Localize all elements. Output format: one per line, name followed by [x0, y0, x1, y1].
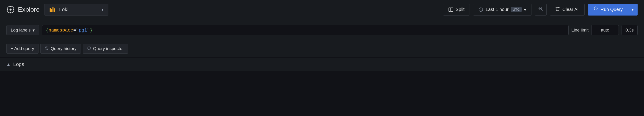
- line-limit-input[interactable]: auto: [591, 25, 619, 35]
- clear-all-button[interactable]: Clear All: [550, 4, 585, 15]
- query-time-value: 0.3s: [626, 28, 634, 33]
- query-equals: =: [73, 28, 76, 33]
- run-query-chevron-icon: ▾: [632, 7, 634, 12]
- datasource-name: Loki: [59, 7, 98, 12]
- svg-rect-6: [50, 8, 51, 12]
- svg-point-1: [10, 8, 12, 10]
- magnify-icon: [538, 6, 543, 13]
- datasource-selector[interactable]: Loki ▾: [44, 4, 108, 15]
- split-button[interactable]: Split: [443, 4, 470, 15]
- split-label: Split: [456, 7, 464, 12]
- log-labels-label: Log labels: [11, 28, 31, 33]
- query-inspector-button[interactable]: Query inspector: [83, 44, 128, 54]
- svg-rect-11: [451, 7, 453, 11]
- add-query-label: + Add query: [11, 46, 34, 51]
- svg-point-19: [89, 47, 90, 48]
- query-row: Log labels ▾ {namespace="pgl"} Line limi…: [6, 23, 638, 37]
- time-picker-button[interactable]: Last 1 hour UTC ▾: [473, 4, 532, 15]
- app-title: Explore: [18, 6, 40, 13]
- run-query-dropdown-button[interactable]: ▾: [628, 4, 637, 15]
- line-limit-value: auto: [601, 28, 610, 33]
- svg-line-14: [541, 9, 543, 11]
- time-picker-chevron-icon: ▾: [524, 7, 526, 12]
- query-value-str: "pgl": [76, 28, 90, 33]
- split-icon: [448, 7, 453, 12]
- query-open-brace: {: [46, 28, 48, 33]
- query-history-button[interactable]: Query history: [40, 44, 81, 54]
- zoom-button[interactable]: [535, 4, 546, 15]
- history-icon: [45, 46, 49, 51]
- svg-rect-9: [54, 8, 55, 12]
- clear-all-label: Clear All: [562, 7, 579, 12]
- log-labels-button[interactable]: Log labels ▾: [6, 25, 39, 35]
- topbar-actions: Split Last 1 hour UTC ▾: [443, 4, 638, 15]
- log-labels-chevron-icon: ▾: [32, 28, 35, 33]
- query-close-brace: }: [90, 28, 92, 33]
- run-query-main[interactable]: Run Query: [588, 4, 628, 15]
- explore-icon: [6, 5, 15, 14]
- explore-logo: Explore: [6, 5, 40, 14]
- line-limit-label: Line limit: [571, 28, 588, 33]
- add-query-button[interactable]: + Add query: [6, 44, 38, 54]
- clock-icon: [478, 7, 483, 12]
- query-inspector-label: Query inspector: [93, 46, 124, 51]
- time-range-label: Last 1 hour: [486, 7, 508, 12]
- topbar: Explore Loki ▾ Split: [0, 0, 644, 19]
- info-icon: [87, 46, 91, 51]
- refresh-icon: [593, 6, 598, 12]
- query-key: namespace: [48, 28, 73, 33]
- logs-title: Logs: [13, 61, 24, 67]
- run-query-button[interactable]: Run Query ▾: [588, 4, 638, 15]
- run-query-label: Run Query: [600, 7, 623, 12]
- logs-section: ▲ Logs: [0, 58, 644, 71]
- datasource-chevron-icon: ▾: [102, 7, 104, 12]
- query-editor-area: Log labels ▾ {namespace="pgl"} Line limi…: [0, 19, 644, 41]
- svg-rect-10: [449, 7, 450, 11]
- query-history-label: Query history: [51, 46, 76, 51]
- trash-icon: [555, 6, 560, 12]
- loki-icon: [49, 6, 56, 13]
- query-time-badge: 0.3s: [622, 25, 638, 35]
- svg-rect-7: [51, 9, 52, 12]
- logs-chevron-icon: ▲: [6, 62, 10, 67]
- query-input[interactable]: {namespace="pgl"}: [42, 25, 568, 35]
- svg-rect-8: [52, 7, 54, 12]
- utc-badge: UTC: [511, 7, 522, 12]
- query-toolbar: + Add query Query history Query inspecto…: [0, 41, 644, 57]
